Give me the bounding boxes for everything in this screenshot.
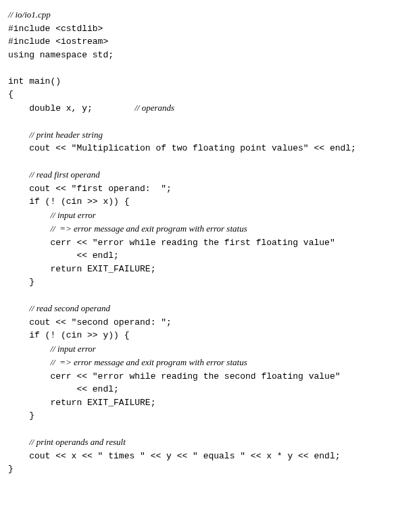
code-text	[8, 211, 50, 221]
code-text: return EXIT_FAILURE;	[8, 264, 155, 274]
code-line	[8, 289, 411, 302]
code-text: << endl;	[8, 384, 119, 394]
code-line: // print operands and result	[8, 435, 411, 450]
code-line	[8, 155, 411, 169]
code-text	[8, 130, 29, 140]
code-text: using namespace std;	[8, 50, 114, 60]
code-text	[8, 424, 14, 434]
code-line: // read first operand	[8, 168, 411, 182]
code-text	[8, 437, 29, 448]
code-comment: // operands	[134, 103, 174, 113]
code-line: cerr << "error while reading the second …	[8, 370, 411, 383]
code-line: cout << x << " times " << y << " equals …	[8, 450, 411, 463]
code-text: << endl;	[8, 250, 119, 261]
code-text: #include <iostream>	[8, 36, 108, 47]
code-line: if (! (cin >> y)) {	[8, 329, 411, 342]
code-comment: // input error	[50, 210, 95, 220]
code-text	[8, 358, 50, 368]
code-line	[8, 115, 411, 128]
code-text: if (! (cin >> x)) {	[8, 196, 129, 207]
code-text	[8, 157, 14, 167]
code-comment: // input error	[50, 344, 95, 354]
code-text: cout << "second operand: ";	[8, 317, 172, 327]
code-line: if (! (cin >> x)) {	[8, 195, 411, 209]
code-comment: // read second operand	[29, 303, 110, 313]
code-line: // io/io1.cpp	[8, 8, 411, 22]
code-comment: // print operands and result	[29, 437, 126, 447]
code-comment: // => error message and exit program wit…	[50, 357, 247, 367]
code-line: cout << "Multiplication of two floating …	[8, 142, 411, 155]
code-line: using namespace std;	[8, 49, 411, 62]
code-text	[8, 224, 50, 234]
code-line: double x, y; // operands	[8, 101, 411, 115]
code-line: // read second operand	[8, 302, 411, 316]
code-line: // input error	[8, 342, 411, 356]
code-line: return EXIT_FAILURE;	[8, 396, 411, 410]
code-comment: // print header string	[29, 130, 103, 140]
code-line	[8, 61, 411, 75]
code-line: }	[8, 409, 411, 423]
code-text: }	[8, 277, 34, 287]
code-text: cerr << "error while reading the second …	[8, 371, 340, 381]
code-line: }	[8, 462, 411, 476]
code-line: #include <iostream>	[8, 35, 411, 49]
code-text: double x, y;	[8, 103, 134, 113]
code-line	[8, 423, 411, 436]
code-line: return EXIT_FAILURE;	[8, 263, 411, 276]
code-line: }	[8, 275, 411, 289]
code-text: #include <cstdlib>	[8, 24, 103, 34]
code-text	[8, 170, 29, 180]
code-text	[8, 344, 50, 354]
code-line: // input error	[8, 209, 411, 223]
code-comment: // io/io1.cpp	[8, 9, 51, 20]
code-text: return EXIT_FAILURE;	[8, 398, 155, 408]
code-line: // => error message and exit program wit…	[8, 356, 411, 370]
code-text	[8, 116, 14, 126]
code-listing: // io/io1.cpp#include <cstdlib>#include …	[8, 8, 411, 476]
code-text: int main()	[8, 76, 61, 86]
code-line: // print header string	[8, 128, 411, 142]
code-text: cout << x << " times " << y << " equals …	[8, 451, 340, 461]
code-text	[8, 304, 29, 314]
code-text: if (! (cin >> y)) {	[8, 330, 129, 340]
code-line: << endl;	[8, 249, 411, 263]
code-line: {	[8, 88, 411, 101]
code-comment: // read first operand	[29, 169, 100, 180]
code-text: {	[8, 89, 14, 99]
code-line: cerr << "error while reading the first f…	[8, 236, 411, 250]
code-text: }	[8, 464, 14, 474]
code-line: // => error message and exit program wit…	[8, 222, 411, 236]
code-line: cout << "first operand: ";	[8, 182, 411, 196]
code-line: #include <cstdlib>	[8, 22, 411, 36]
code-line: << endl;	[8, 383, 411, 396]
code-text	[8, 63, 14, 73]
code-text: }	[8, 410, 34, 421]
code-text: cout << "Multiplication of two floating …	[8, 143, 356, 153]
code-line: int main()	[8, 75, 411, 88]
code-comment: // => error message and exit program wit…	[50, 223, 247, 234]
code-text: cout << "first operand: ";	[8, 184, 172, 194]
code-text	[8, 290, 14, 300]
code-line: cout << "second operand: ";	[8, 316, 411, 329]
code-text: cerr << "error while reading the first f…	[8, 238, 335, 248]
